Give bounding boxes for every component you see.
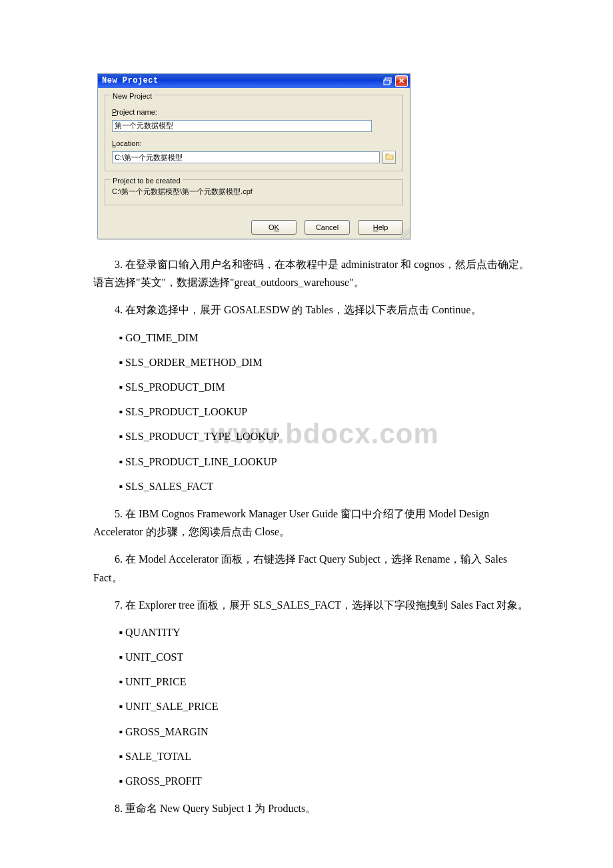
project-name-row: Project name: bbox=[112, 106, 396, 132]
ok-button[interactable]: OK bbox=[251, 220, 297, 235]
list-item: GROSS_MARGIN bbox=[119, 723, 533, 741]
browse-button[interactable] bbox=[382, 151, 396, 164]
paragraph-7: 7. 在 Explorer tree 面板，展开 SLS_SALES_FACT，… bbox=[93, 596, 533, 614]
list-item: SLS_PRODUCT_LINE_LOOKUP bbox=[119, 453, 533, 471]
project-name-input[interactable] bbox=[112, 120, 372, 132]
dialog-body: New Project Project name: Location: bbox=[98, 88, 410, 217]
group-legend: New Project bbox=[111, 90, 154, 103]
help-button[interactable]: Help bbox=[358, 220, 403, 235]
dialog-titlebar[interactable]: New Project ✕ bbox=[98, 74, 410, 88]
tables-list: GO_TIME_DIM SLS_ORDER_METHOD_DIM SLS_PRO… bbox=[119, 329, 533, 495]
folder-icon bbox=[385, 151, 394, 164]
list-item: UNIT_COST bbox=[119, 648, 533, 666]
paragraph-3: 3. 在登录窗口输入用户名和密码，在本教程中是 administrator 和 … bbox=[93, 255, 533, 291]
list-item: SLS_SALES_FACT bbox=[119, 477, 533, 495]
titlebar-buttons: ✕ bbox=[381, 75, 408, 87]
list-item: SLS_PRODUCT_LOOKUP bbox=[119, 403, 533, 421]
paragraph-4: 4. 在对象选择中，展开 GOSALESDW 的 Tables，选择以下表后点击… bbox=[93, 301, 533, 319]
list-item: SALE_TOTAL bbox=[119, 747, 533, 765]
paragraph-6: 6. 在 Model Accelerator 面板，右键选择 Fact Quer… bbox=[93, 550, 533, 586]
list-item: SLS_PRODUCT_TYPE_LOOKUP bbox=[119, 427, 533, 445]
list-item: UNIT_PRICE bbox=[119, 673, 533, 691]
location-input[interactable] bbox=[112, 151, 380, 163]
dialog-title: New Project bbox=[102, 74, 381, 87]
group-new-project: New Project Project name: Location: bbox=[105, 95, 403, 171]
new-project-dialog: New Project ✕ New Project Project name: bbox=[97, 73, 410, 239]
list-item: UNIT_SALE_PRICE bbox=[119, 697, 533, 715]
list-item: SLS_PRODUCT_DIM bbox=[119, 378, 533, 396]
dialog-buttons: OK Cancel Help bbox=[98, 217, 410, 239]
list-item: GROSS_PROFIT bbox=[119, 772, 533, 790]
cancel-button[interactable]: Cancel bbox=[305, 220, 350, 235]
close-icon[interactable]: ✕ bbox=[395, 75, 408, 87]
list-item: QUANTITY bbox=[119, 623, 533, 641]
location-row: Location: bbox=[112, 137, 396, 165]
page-content: New Project ✕ New Project Project name: bbox=[0, 0, 613, 853]
paragraph-8: 8. 重命名 New Query Subject 1 为 Products。 bbox=[93, 799, 533, 817]
group-legend-2: Project to be created bbox=[111, 175, 183, 187]
svg-rect-1 bbox=[384, 80, 390, 85]
list-item: GO_TIME_DIM bbox=[119, 329, 533, 347]
fields-list: QUANTITY UNIT_COST UNIT_PRICE UNIT_SALE_… bbox=[119, 623, 533, 790]
restore-icon[interactable] bbox=[381, 75, 394, 87]
project-path-text: C:\第一个元数据模型\第一个元数据模型.cpf bbox=[112, 185, 396, 198]
paragraph-5: 5. 在 IBM Cognos Framework Manager User G… bbox=[93, 505, 533, 541]
group-to-be-created: Project to be created C:\第一个元数据模型\第一个元数据… bbox=[105, 179, 403, 205]
location-label: Location: bbox=[112, 137, 396, 150]
resize-grip-icon[interactable] bbox=[400, 229, 410, 239]
project-name-label: Project name: bbox=[112, 106, 396, 119]
list-item: SLS_ORDER_METHOD_DIM bbox=[119, 353, 533, 371]
